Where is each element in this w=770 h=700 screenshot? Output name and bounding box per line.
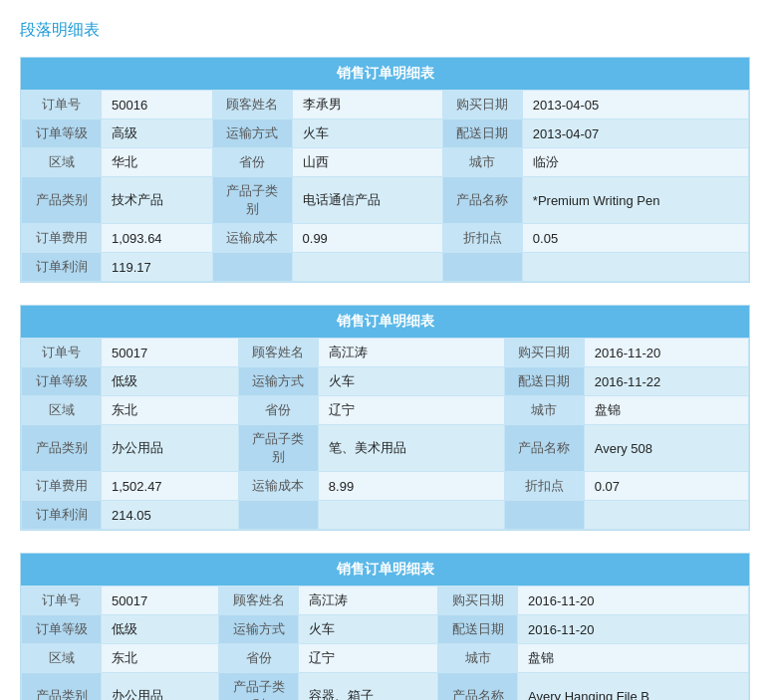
value-cell-1-3-1: 笔、美术用品 xyxy=(318,425,504,472)
table-row: 订单号50017顾客姓名高江涛购买日期2016-11-20 xyxy=(22,339,749,367)
value-cell-0-3-1: 电话通信产品 xyxy=(292,177,442,224)
label-cell-1-4-0: 订单费用 xyxy=(22,472,102,501)
value-cell-1-2-0: 东北 xyxy=(102,396,239,425)
value-cell-2-0-1: 高江涛 xyxy=(299,586,438,615)
label-cell-2-0-0: 订单号 xyxy=(22,586,102,615)
section-table-0: 订单号50016顾客姓名李承男购买日期2013-04-05订单等级高级运输方式火… xyxy=(21,90,749,282)
empty-label-cell xyxy=(442,253,522,282)
value-cell-0-1-2: 2013-04-07 xyxy=(522,119,748,148)
value-cell-1-4-2: 0.07 xyxy=(584,472,748,501)
label-cell-0-3-0: 产品类别 xyxy=(22,177,102,224)
value-cell-1-0-1: 高江涛 xyxy=(318,339,504,367)
table-row: 订单等级低级运输方式火车配送日期2016-11-22 xyxy=(22,367,749,396)
label-cell-0-2-0: 区域 xyxy=(22,148,102,177)
table-row: 区域东北省份辽宁城市盘锦 xyxy=(22,644,749,673)
value-cell-1-3-2: Avery 508 xyxy=(584,425,748,472)
label-cell-1-0-1: 顾客姓名 xyxy=(238,339,318,367)
value-cell-0-5-0: 119.17 xyxy=(102,253,213,282)
table-row: 区域东北省份辽宁城市盘锦 xyxy=(22,396,749,425)
section-header-1: 销售订单明细表 xyxy=(21,306,749,338)
label-cell-1-3-1: 产品子类别 xyxy=(238,425,318,472)
table-row: 订单等级高级运输方式火车配送日期2013-04-07 xyxy=(22,119,749,148)
table-row: 产品类别办公用品产品子类别笔、美术用品产品名称Avery 508 xyxy=(22,425,749,472)
empty-label-cell xyxy=(238,501,318,530)
table-row: 产品类别办公用品产品子类别容器、箱子产品名称Avery Hanging File… xyxy=(22,673,749,701)
value-cell-0-3-2: *Premium Writing Pen xyxy=(522,177,748,224)
section-1: 销售订单明细表订单号50017顾客姓名高江涛购买日期2016-11-20订单等级… xyxy=(20,305,750,531)
table-row: 订单利润119.17 xyxy=(22,253,749,282)
label-cell-2-0-2: 购买日期 xyxy=(438,586,518,615)
table-row: 订单费用1,093.64运输成本0.99折扣点0.05 xyxy=(22,224,749,253)
value-cell-2-0-2: 2016-11-20 xyxy=(518,586,749,615)
label-cell-0-5-0: 订单利润 xyxy=(22,253,102,282)
label-cell-0-0-1: 顾客姓名 xyxy=(212,91,292,119)
value-cell-1-5-0: 214.05 xyxy=(102,501,239,530)
label-cell-0-0-0: 订单号 xyxy=(22,91,102,119)
value-cell-2-1-0: 低级 xyxy=(102,615,219,644)
value-cell-2-3-2: Avery Hanging File B xyxy=(518,673,749,701)
label-cell-0-4-1: 运输成本 xyxy=(212,224,292,253)
label-cell-0-2-2: 城市 xyxy=(442,148,522,177)
label-cell-2-1-1: 运输方式 xyxy=(219,615,299,644)
value-cell-0-4-0: 1,093.64 xyxy=(102,224,213,253)
label-cell-0-1-2: 配送日期 xyxy=(442,119,522,148)
section-table-2: 订单号50017顾客姓名高江涛购买日期2016-11-20订单等级低级运输方式火… xyxy=(21,585,749,700)
value-cell-2-0-0: 50017 xyxy=(102,586,219,615)
label-cell-1-2-0: 区域 xyxy=(22,396,102,425)
label-cell-2-3-1: 产品子类别 xyxy=(219,673,299,701)
label-cell-1-5-0: 订单利润 xyxy=(22,501,102,530)
value-cell-2-2-2: 盘锦 xyxy=(518,644,749,673)
value-cell-1-4-1: 8.99 xyxy=(318,472,504,501)
value-cell-0-3-0: 技术产品 xyxy=(102,177,213,224)
value-cell-0-1-0: 高级 xyxy=(102,119,213,148)
page-title: 段落明细表 xyxy=(20,20,750,41)
label-cell-2-2-2: 城市 xyxy=(438,644,518,673)
value-cell-2-3-1: 容器、箱子 xyxy=(299,673,438,701)
label-cell-0-2-1: 省份 xyxy=(212,148,292,177)
label-cell-2-3-2: 产品名称 xyxy=(438,673,518,701)
section-2: 销售订单明细表订单号50017顾客姓名高江涛购买日期2016-11-20订单等级… xyxy=(20,553,750,700)
section-0: 销售订单明细表订单号50016顾客姓名李承男购买日期2013-04-05订单等级… xyxy=(20,57,750,283)
label-cell-2-1-2: 配送日期 xyxy=(438,615,518,644)
label-cell-1-0-2: 购买日期 xyxy=(504,339,584,367)
section-table-1: 订单号50017顾客姓名高江涛购买日期2016-11-20订单等级低级运输方式火… xyxy=(21,338,749,530)
label-cell-0-3-1: 产品子类别 xyxy=(212,177,292,224)
empty-value-cell xyxy=(318,501,504,530)
table-row: 订单号50017顾客姓名高江涛购买日期2016-11-20 xyxy=(22,586,749,615)
label-cell-1-1-0: 订单等级 xyxy=(22,367,102,396)
table-row: 订单号50016顾客姓名李承男购买日期2013-04-05 xyxy=(22,91,749,119)
label-cell-0-1-0: 订单等级 xyxy=(22,119,102,148)
value-cell-1-0-2: 2016-11-20 xyxy=(584,339,748,367)
label-cell-1-2-1: 省份 xyxy=(238,396,318,425)
value-cell-2-3-0: 办公用品 xyxy=(102,673,219,701)
label-cell-2-0-1: 顾客姓名 xyxy=(219,586,299,615)
label-cell-0-4-2: 折扣点 xyxy=(442,224,522,253)
empty-value-cell xyxy=(522,253,748,282)
value-cell-1-1-2: 2016-11-22 xyxy=(584,367,748,396)
label-cell-0-3-2: 产品名称 xyxy=(442,177,522,224)
label-cell-1-4-2: 折扣点 xyxy=(504,472,584,501)
value-cell-2-2-1: 辽宁 xyxy=(299,644,438,673)
table-row: 订单费用1,502.47运输成本8.99折扣点0.07 xyxy=(22,472,749,501)
value-cell-2-2-0: 东北 xyxy=(102,644,219,673)
label-cell-0-1-1: 运输方式 xyxy=(212,119,292,148)
label-cell-1-1-1: 运输方式 xyxy=(238,367,318,396)
value-cell-0-1-1: 火车 xyxy=(292,119,442,148)
value-cell-2-1-1: 火车 xyxy=(299,615,438,644)
section-header-0: 销售订单明细表 xyxy=(21,58,749,90)
label-cell-1-4-1: 运输成本 xyxy=(238,472,318,501)
empty-label-cell xyxy=(504,501,584,530)
section-header-2: 销售订单明细表 xyxy=(21,554,749,585)
value-cell-2-1-2: 2016-11-20 xyxy=(518,615,749,644)
value-cell-1-1-0: 低级 xyxy=(102,367,239,396)
value-cell-1-4-0: 1,502.47 xyxy=(102,472,239,501)
label-cell-1-2-2: 城市 xyxy=(504,396,584,425)
label-cell-1-1-2: 配送日期 xyxy=(504,367,584,396)
table-row: 订单利润214.05 xyxy=(22,501,749,530)
value-cell-0-2-2: 临汾 xyxy=(522,148,748,177)
table-row: 区域华北省份山西城市临汾 xyxy=(22,148,749,177)
label-cell-0-0-2: 购买日期 xyxy=(442,91,522,119)
value-cell-1-1-1: 火车 xyxy=(318,367,504,396)
value-cell-0-2-0: 华北 xyxy=(102,148,213,177)
table-row: 订单等级低级运输方式火车配送日期2016-11-20 xyxy=(22,615,749,644)
